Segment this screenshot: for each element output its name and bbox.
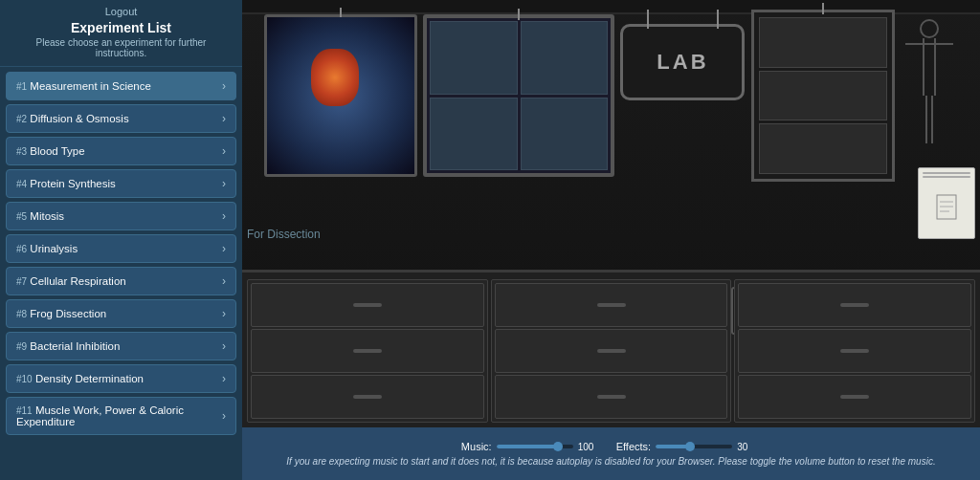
experiment-label-6: #6 Urinalysis [16,243,78,254]
experiment-arrow-6: › [222,242,226,255]
experiment-arrow-1: › [222,79,226,93]
lab-sign-container: LAB [620,24,745,100]
cabinet-inner [754,12,892,179]
effects-slider[interactable] [656,445,732,448]
drawer-handle [353,303,382,307]
effects-label: Effects: [616,441,651,452]
experiment-item-1[interactable]: #1 Measurement in Science› [6,72,236,100]
cell-poster [264,14,417,177]
controls-row: Music: 100 Effects: 30 [461,441,761,452]
drawer-1-3[interactable] [251,375,484,419]
music-value: 100 [578,442,602,452]
lab-scene: LAB [242,0,980,427]
drawer-1-1[interactable] [251,283,484,327]
music-slider[interactable] [497,445,573,448]
workbench [242,217,980,427]
experiment-item-4[interactable]: #4 Protein Synthesis› [6,169,236,198]
drawer-1-2[interactable] [251,329,484,373]
experiment-arrow-11: › [222,409,226,423]
experiment-arrow-3: › [222,144,226,158]
drawer-handle [597,349,626,353]
sidebar-title: Experiment List [10,20,233,35]
skeleton-legs [925,96,933,143]
window-poster [423,14,614,177]
experiment-item-8[interactable]: #8 Frog Dissection› [6,299,236,328]
drawer-3-2[interactable] [738,329,971,373]
experiment-arrow-5: › [222,209,226,223]
note-figure [923,180,970,234]
drawer-handle [353,395,382,399]
experiment-item-6[interactable]: #6 Urinalysis› [6,234,236,263]
experiment-arrow-8: › [222,307,226,320]
effects-slider-container: Effects: 30 [616,441,761,452]
experiment-item-11[interactable]: #11 Muscle Work, Power & Caloric Expendi… [6,397,236,435]
skeleton-leg-left [925,96,927,143]
experiment-label-8: #8 Frog Dissection [16,308,106,319]
drawer-handle [840,303,869,307]
drawer-3-1[interactable] [738,283,971,327]
experiment-item-2[interactable]: #2 Diffusion & Osmosis› [6,104,236,133]
window-inner [427,18,611,173]
window-pane-2 [521,21,609,95]
drawer-unit-1 [247,279,488,423]
music-slider-container: Music: 100 [461,441,602,452]
drawers-area [242,274,980,427]
experiment-label-11: #11 Muscle Work, Power & Caloric Expendi… [16,404,222,427]
dissection-label: For Dissection [247,228,321,241]
sidebar-subtitle: Please choose an experiment for further … [10,37,233,58]
experiment-arrow-4: › [222,177,226,190]
drawer-handle [840,349,869,353]
music-label: Music: [461,441,492,452]
experiment-label-9: #9 Bacterial Inhibition [16,340,120,352]
drawer-2-2[interactable] [495,329,728,373]
note-card[interactable] [918,167,975,239]
hanging-items: LAB [242,0,980,210]
skeleton-arms [905,43,953,45]
experiment-item-9[interactable]: #9 Bacterial Inhibition› [6,332,236,360]
bottom-bar: Music: 100 Effects: 30 If you are [242,427,980,480]
note-line-2 [923,176,970,178]
window-pane-4 [521,98,609,171]
experiment-item-10[interactable]: #10 Density Determination› [6,364,236,393]
lab-background: LAB [242,0,980,427]
music-slider-thumb[interactable] [553,442,563,451]
note-line-1 [923,172,970,174]
experiment-arrow-9: › [222,339,226,353]
drawer-2-1[interactable] [495,283,728,327]
experiment-arrow-2: › [222,112,226,125]
experiment-item-5[interactable]: #5 Mitosis› [6,202,236,230]
counter-back [242,270,980,427]
window-pane-3 [430,98,518,171]
drawer-handle [597,303,626,307]
experiment-arrow-10: › [222,372,226,385]
logout-button[interactable]: Logout [10,6,233,17]
drawer-handle [353,349,382,353]
experiment-item-7[interactable]: #7 Cellular Respiration› [6,267,236,295]
cabinet-shelf-3 [759,123,887,174]
skeleton-body [923,38,936,96]
drawer-unit-2 [491,279,732,423]
cabinet-poster [751,10,895,182]
experiment-item-3[interactable]: #3 Blood Type› [6,137,236,165]
effects-value: 30 [737,442,761,452]
sidebar: Logout Experiment List Please choose an … [0,0,242,480]
drawer-2-3[interactable] [495,375,728,419]
experiment-list: #1 Measurement in Science›#2 Diffusion &… [0,67,242,480]
experiment-label-2: #2 Diffusion & Osmosis [16,113,129,124]
cabinet-shelf-1 [759,17,887,68]
experiment-label-10: #10 Density Determination [16,373,144,384]
effects-slider-thumb[interactable] [685,442,695,451]
main-content: LAB [242,0,980,480]
window-pane-1 [430,21,518,95]
cell-poster-inner [267,17,414,174]
drawer-handle [597,395,626,399]
drawer-handle [840,395,869,399]
drawer-3-3[interactable] [738,375,971,419]
sidebar-header: Logout Experiment List Please choose an … [0,0,242,67]
skeleton-head [920,19,939,38]
drawer-unit-3 [734,279,975,423]
experiment-label-7: #7 Cellular Respiration [16,275,126,287]
experiment-arrow-7: › [222,274,226,288]
lab-sign: LAB [620,24,745,100]
experiment-label-5: #5 Mitosis [16,210,64,222]
